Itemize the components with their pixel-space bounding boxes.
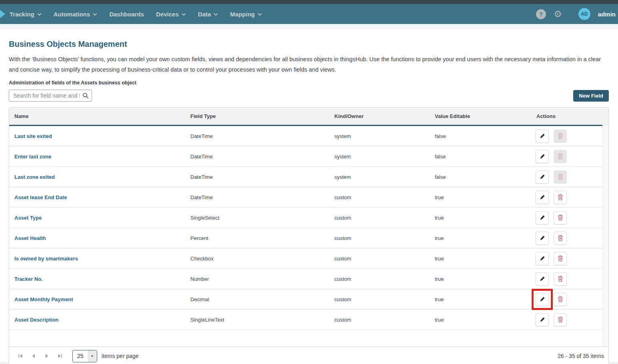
column-header-field-type[interactable]: Field Type — [185, 113, 329, 119]
delete-button[interactable] — [554, 232, 567, 245]
pencil-icon — [539, 174, 546, 180]
highlight-rectangle — [532, 289, 553, 310]
pencil-icon — [539, 255, 546, 262]
field-type-cell: Decimal — [185, 296, 329, 302]
pencil-icon — [539, 296, 546, 302]
column-header-actions: Actions — [531, 113, 602, 119]
new-field-button[interactable]: New Field — [573, 90, 609, 102]
field-name-link[interactable]: Asset Health — [14, 235, 46, 241]
nav-item-data[interactable]: Data — [198, 11, 218, 18]
field-name-link[interactable]: Asset lease End Date — [14, 194, 67, 200]
table-header: Name Field Type Kind/Owner Value Editabl… — [9, 108, 608, 126]
field-type-cell: DateTime — [185, 194, 329, 200]
edit-button[interactable] — [536, 252, 549, 265]
last-page-icon — [58, 354, 62, 358]
value-editable-cell: true — [430, 256, 531, 262]
page-title: Business Objects Management — [9, 30, 609, 49]
field-type-cell: Number — [185, 276, 329, 282]
previous-page-button[interactable] — [28, 350, 39, 362]
empty-row — [9, 330, 602, 346]
column-header-kind-owner[interactable]: Kind/Owner — [329, 113, 430, 119]
field-name-link[interactable]: Last zone exited — [14, 174, 55, 180]
edit-button[interactable] — [536, 150, 549, 163]
next-page-button[interactable] — [41, 350, 52, 362]
kind-owner-cell: system — [329, 154, 430, 160]
edit-button[interactable] — [536, 232, 549, 245]
nav-item-automations[interactable]: Automations — [54, 11, 98, 18]
kind-owner-cell: custom — [329, 276, 430, 282]
pencil-icon — [539, 276, 546, 282]
table-body: Last site exited DateTime system false E… — [9, 126, 608, 346]
value-editable-cell: true — [430, 194, 531, 200]
chevron-down-icon — [214, 13, 218, 16]
field-name-link[interactable]: Tracker No. — [14, 276, 43, 282]
trash-icon — [558, 296, 563, 302]
delete-button[interactable] — [554, 211, 567, 224]
page-description: With the ‘Business Objects’ functions, y… — [9, 54, 609, 75]
delete-button[interactable] — [554, 252, 567, 265]
column-header-value-editable[interactable]: Value Editable — [430, 113, 531, 119]
value-editable-cell: true — [430, 235, 531, 241]
edit-button[interactable] — [536, 130, 549, 143]
chevron-down-icon — [93, 13, 97, 16]
pagination-bar: 25 ▼ items per page 26 - 35 of 35 items — [9, 346, 608, 364]
delete-button[interactable] — [554, 313, 567, 326]
edit-button[interactable] — [536, 293, 549, 306]
search-box — [9, 90, 92, 102]
field-name-link[interactable]: Asset Monthly Payment — [14, 296, 73, 302]
username-label[interactable]: admin — [598, 11, 616, 18]
pencil-icon — [539, 194, 546, 200]
page-size-select[interactable]: 25 ▼ — [72, 350, 97, 362]
table-row: Asset Description SingleLineText custom … — [9, 310, 602, 330]
edit-button[interactable] — [536, 211, 549, 224]
table-row: Asset lease End Date DateTime custom tru… — [9, 187, 602, 208]
field-name-link[interactable]: Asset Type — [14, 215, 42, 221]
search-input[interactable] — [9, 90, 92, 102]
delete-button[interactable] — [554, 191, 567, 204]
table-row: Last site exited DateTime system false — [9, 126, 602, 146]
nav-item-dashboards[interactable]: Dashboards — [109, 11, 144, 18]
trash-icon — [558, 316, 563, 323]
field-name-link[interactable]: Asset Description — [14, 317, 59, 323]
edit-button[interactable] — [536, 272, 549, 286]
edit-button[interactable] — [536, 313, 549, 326]
column-header-name[interactable]: Name — [9, 113, 185, 119]
field-type-cell: DateTime — [185, 154, 329, 160]
nav-item-devices[interactable]: Devices — [156, 11, 186, 18]
field-name-link[interactable]: Enter last zone — [14, 154, 51, 160]
edit-button[interactable] — [536, 191, 549, 204]
trash-icon — [558, 174, 563, 180]
value-editable-cell: true — [430, 215, 531, 221]
first-page-button[interactable] — [15, 350, 26, 362]
kind-owner-cell: system — [329, 133, 430, 139]
page-size-value: 25 — [73, 350, 88, 362]
trash-icon — [558, 133, 563, 139]
items-per-page-label: items per page — [102, 353, 139, 359]
gear-icon[interactable]: ⚙ — [554, 10, 562, 19]
delete-button[interactable] — [554, 293, 567, 306]
first-page-icon — [18, 354, 23, 358]
table-row: Is owned by smartmakers Checkbox custom … — [9, 248, 602, 269]
browser-top-strip — [0, 0, 618, 4]
trash-icon — [558, 235, 563, 241]
field-type-cell: DateTime — [185, 133, 329, 139]
nav-item-tracking[interactable]: Tracking — [10, 11, 42, 18]
avatar[interactable]: AD — [578, 8, 590, 20]
header-spacer — [602, 108, 608, 126]
delete-button[interactable] — [554, 272, 567, 286]
kind-owner-cell: custom — [329, 256, 430, 262]
nav-item-mapping[interactable]: Mapping — [230, 11, 262, 18]
delete-button — [554, 150, 567, 163]
previous-page-icon — [31, 354, 36, 358]
caret-down-icon: ▼ — [88, 350, 97, 362]
table-row: Tracker No. Number custom true — [9, 269, 602, 289]
search-icon[interactable] — [82, 92, 89, 99]
field-name-link[interactable]: Is owned by smartmakers — [14, 256, 78, 262]
table-scrollbar-track[interactable] — [603, 126, 608, 346]
edit-button[interactable] — [536, 170, 549, 184]
table-row: Asset Type SingleSelect custom true — [9, 208, 602, 228]
field-name-link[interactable]: Last site exited — [14, 133, 52, 139]
kind-owner-cell: custom — [329, 194, 430, 200]
last-page-button[interactable] — [54, 350, 66, 362]
help-icon[interactable]: ? — [536, 9, 546, 19]
